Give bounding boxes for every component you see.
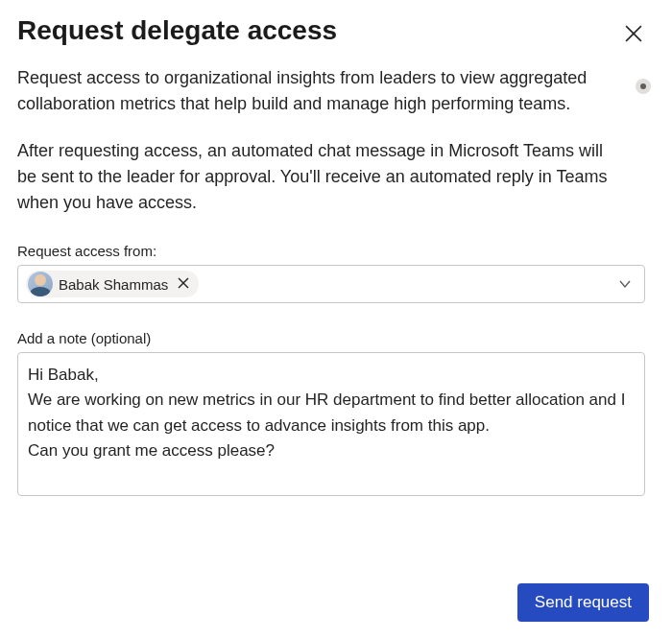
dialog-description: Request access to organizational insight… xyxy=(17,65,612,216)
request-from-picker[interactable]: Babak Shammas xyxy=(17,265,645,303)
avatar xyxy=(28,272,53,296)
info-indicator-icon xyxy=(636,79,651,94)
dialog-description-p1: Request access to organizational insight… xyxy=(17,65,612,117)
send-request-button[interactable]: Send request xyxy=(517,583,649,622)
note-textarea[interactable] xyxy=(17,352,645,496)
request-from-label: Request access from: xyxy=(17,243,655,259)
remove-person-button[interactable] xyxy=(174,274,193,294)
remove-icon xyxy=(178,277,189,292)
note-label: Add a note (optional) xyxy=(17,330,655,346)
selected-person-chip: Babak Shammas xyxy=(26,271,199,297)
dialog-title: Request delegate access xyxy=(17,13,337,48)
close-icon xyxy=(625,25,642,45)
close-button[interactable] xyxy=(616,17,651,52)
dialog-description-p2: After requesting access, an automated ch… xyxy=(17,138,612,216)
chevron-down-icon xyxy=(613,272,636,296)
selected-person-name: Babak Shammas xyxy=(59,276,168,293)
